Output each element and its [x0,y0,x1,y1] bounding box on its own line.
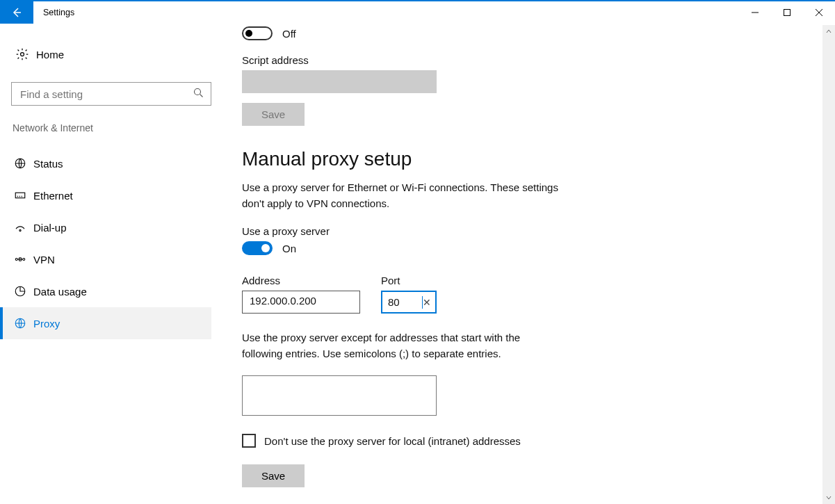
use-proxy-toggle[interactable] [242,241,273,255]
scroll-up-button[interactable] [822,25,835,38]
use-proxy-toggle-label: On [282,243,296,254]
address-value: 192.000.0.200 [250,295,316,307]
sidebar-item-label: VPN [33,254,55,266]
arrow-left-icon [10,6,24,19]
window-controls [739,1,835,24]
script-address-input [242,70,437,93]
sidebar-item-label: Data usage [33,286,87,298]
address-port-row: Address 192.000.0.200 Port 80 ✕ [242,269,681,314]
port-input[interactable]: 80 ✕ [381,291,437,314]
settings-window: Settings Home [0,0,835,504]
svg-point-7 [23,259,25,261]
clear-port-button[interactable]: ✕ [423,297,431,308]
titlebar: Settings [0,1,835,24]
close-icon [815,8,823,17]
local-bypass-checkbox-row[interactable]: Don't use the proxy server for local (in… [242,434,681,448]
sidebar-item-label: Dial-up [33,222,67,234]
sidebar-item-proxy[interactable]: Proxy [0,307,211,339]
vertical-scrollbar[interactable] [822,25,835,504]
exceptions-input[interactable] [242,375,437,416]
exceptions-description: Use the proxy server except for addresse… [242,330,541,361]
scroll-down-button[interactable] [822,491,835,504]
body-area: Home Network & Internet Status [0,24,835,504]
dialup-icon [14,221,33,234]
minimize-icon [751,8,759,17]
sidebar-item-data-usage[interactable]: Data usage [0,275,211,307]
ethernet-icon [14,189,33,202]
sidebar-item-label: Ethernet [33,190,73,202]
status-icon [14,157,33,170]
maximize-icon [783,8,791,17]
port-value: 80 [388,296,421,308]
auto-proxy-toggle[interactable] [242,26,273,40]
gear-icon [13,47,32,61]
address-label: Address [242,275,360,286]
home-label: Home [36,49,64,60]
window-title: Settings [43,8,74,17]
sidebar-item-label: Status [33,158,63,170]
svg-point-5 [19,229,21,231]
svg-rect-0 [784,10,791,16]
manual-save-button[interactable]: Save [242,464,305,487]
sidebar-item-label: Proxy [33,318,60,330]
auto-proxy-toggle-row: Off [242,26,681,40]
auto-proxy-toggle-label: Off [282,28,296,40]
home-nav[interactable]: Home [11,40,211,68]
nav-list: Status Ethernet Dial-up [0,147,211,339]
search-input[interactable] [11,82,211,106]
globe-icon [14,317,33,330]
proxy-settings-panel: Off Script address Save Manual proxy set… [222,24,709,504]
sidebar-item-ethernet[interactable]: Ethernet [0,179,211,211]
manual-proxy-description: Use a proxy server for Ethernet or Wi-Fi… [242,180,562,211]
vpn-icon [14,253,33,266]
local-bypass-label: Don't use the proxy server for local (in… [264,435,521,447]
manual-proxy-heading: Manual proxy setup [242,148,681,170]
svg-rect-4 [15,193,25,198]
sidebar-item-vpn[interactable]: VPN [0,243,211,275]
sidebar-item-dialup[interactable]: Dial-up [0,211,211,243]
script-address-label: Script address [242,54,681,66]
use-proxy-toggle-row: On [242,241,681,255]
sidebar-item-status[interactable]: Status [0,147,211,179]
search-field[interactable] [19,88,193,101]
sidebar-section-label: Network & Internet [11,122,211,133]
search-icon [193,88,204,100]
auto-save-button[interactable]: Save [242,103,305,126]
minimize-button[interactable] [739,1,771,24]
sidebar: Home Network & Internet Status [0,24,222,504]
scroll-thumb[interactable] [822,38,835,491]
chevron-up-icon [825,28,832,35]
data-usage-icon [14,285,33,298]
svg-point-6 [15,259,17,261]
use-proxy-label: Use a proxy server [242,225,681,237]
address-input[interactable]: 192.000.0.200 [242,291,360,314]
close-button[interactable] [803,1,835,24]
svg-point-1 [21,53,24,56]
chevron-down-icon [825,494,832,501]
port-label: Port [381,275,437,286]
back-button[interactable] [0,1,33,24]
svg-point-2 [195,89,201,95]
local-bypass-checkbox[interactable] [242,434,256,448]
maximize-button[interactable] [771,1,803,24]
